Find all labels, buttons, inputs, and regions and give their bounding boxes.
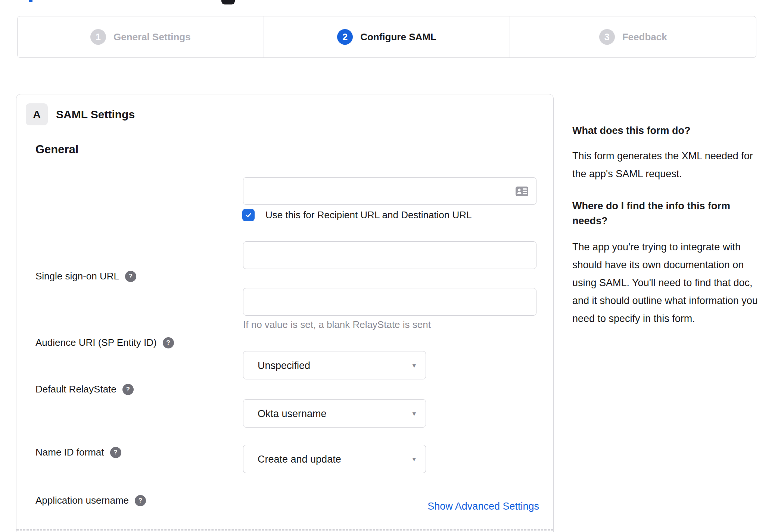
chevron-down-icon: ▾ [412, 455, 416, 463]
field-label-wrap: Application username ? [35, 495, 146, 506]
field-label-wrap: Default RelayState ? [35, 384, 134, 395]
application-username-label: Application username [35, 495, 129, 506]
panel-title: SAML Settings [56, 108, 135, 121]
wizard-stepper: 1 General Settings 2 Configure SAML 3 Fe… [17, 16, 756, 58]
sidebar-paragraph-what: This form generates the XML needed for t… [572, 147, 761, 183]
step-number-badge: 3 [599, 29, 615, 45]
select-value: Create and update [258, 454, 341, 465]
step-feedback[interactable]: 3 Feedback [510, 16, 756, 57]
default-relaystate-label: Default RelayState [35, 384, 116, 395]
name-id-format-label: Name ID format [35, 447, 104, 458]
recipient-url-checkbox-row: Use this for Recipient URL and Destinati… [242, 209, 472, 221]
audience-uri-label: Audience URI (SP Entity ID) [35, 337, 157, 348]
sidebar-heading-what: What does this form do? [572, 123, 761, 138]
sidebar-heading-where: Where do I find the info this form needs… [572, 198, 761, 228]
audience-uri-input[interactable] [243, 241, 536, 269]
recipient-url-checkbox[interactable] [242, 209, 255, 221]
app-logo-fragment [221, 0, 235, 4]
section-a-badge: A [26, 103, 48, 125]
help-icon[interactable]: ? [163, 337, 174, 348]
page-title-fragment [29, 0, 32, 2]
panel-header: A SAML Settings [26, 103, 135, 125]
step-label: Configure SAML [360, 31, 436, 43]
relaystate-hint: If no value is set, a blank RelayState i… [243, 319, 431, 331]
show-advanced-settings-link[interactable]: Show Advanced Settings [427, 501, 539, 512]
field-label-wrap: Audience URI (SP Entity ID) ? [35, 337, 174, 348]
step-general-settings[interactable]: 1 General Settings [18, 16, 264, 57]
sidebar-paragraph-where: The app you're trying to integrate with … [572, 238, 761, 328]
sso-url-input-wrap [243, 177, 536, 205]
check-icon [245, 212, 252, 219]
section-divider-dashed [16, 529, 553, 531]
step-label: General Settings [113, 31, 191, 43]
help-icon[interactable]: ? [125, 271, 136, 282]
default-relaystate-input[interactable] [243, 288, 536, 316]
chevron-down-icon: ▾ [412, 361, 416, 370]
name-id-format-select[interactable]: Unspecified ▾ [243, 351, 426, 379]
field-label-wrap: Single sign-on URL ? [35, 270, 136, 282]
recipient-url-checkbox-label: Use this for Recipient URL and Destinati… [265, 209, 472, 221]
field-label-wrap: Name ID format ? [35, 447, 121, 458]
help-icon[interactable]: ? [122, 384, 134, 395]
select-value: Okta username [258, 408, 327, 420]
sso-url-input[interactable] [243, 177, 536, 205]
saml-wizard-page: { "colors": { "accent": "#1662dd", "link… [0, 0, 781, 532]
step-configure-saml[interactable]: 2 Configure SAML [264, 16, 510, 57]
step-label: Feedback [622, 31, 667, 43]
application-username-select[interactable]: Okta username ▾ [243, 399, 426, 428]
general-section-heading: General [35, 143, 78, 156]
step-number-badge: 2 [337, 29, 353, 45]
update-app-username-select[interactable]: Create and update ▾ [243, 445, 426, 473]
chevron-down-icon: ▾ [412, 409, 416, 418]
select-value: Unspecified [258, 360, 310, 372]
sso-url-label: Single sign-on URL [35, 270, 119, 282]
saml-settings-panel: A SAML Settings General Single sign-on U… [16, 94, 554, 532]
contact-card-icon [516, 187, 528, 196]
step-number-badge: 1 [90, 29, 106, 45]
help-icon[interactable]: ? [135, 495, 146, 506]
help-icon[interactable]: ? [110, 447, 121, 458]
help-sidebar: What does this form do? This form genera… [572, 123, 761, 328]
